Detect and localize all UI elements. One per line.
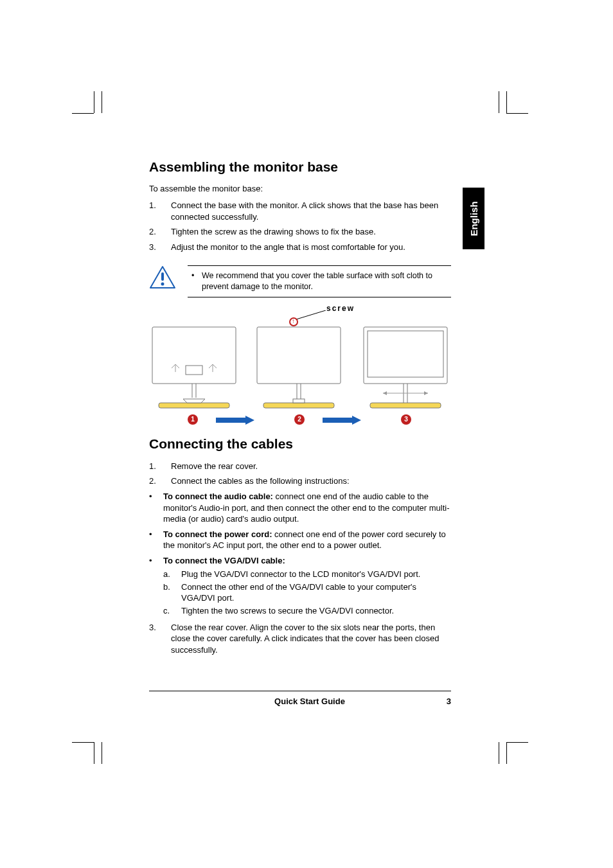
bullet-item: •To connect the power cord: connect one … (149, 529, 451, 551)
sub-label: c. (163, 605, 181, 617)
step-number: 3. (149, 242, 171, 253)
bullet-item: •To connect the audio cable: connect one… (149, 491, 451, 525)
screw-arrow-icon: ↑ (292, 317, 295, 324)
step-text: Close the rear cover. Align the cover to… (171, 622, 451, 656)
step-item: 1.Connect the base with the monitor. A c… (149, 200, 451, 222)
note-text: We recommend that you cover the table su… (202, 270, 451, 292)
heading-assembling: Assembling the monitor base (149, 159, 451, 175)
footer-title: Quick Start Guide (188, 696, 432, 706)
step-number: 2. (149, 226, 171, 238)
note-callout: •We recommend that you cover the table s… (149, 265, 451, 297)
bullet-dot: • (188, 270, 202, 292)
svg-point-1 (161, 283, 164, 286)
arrow-icon (216, 416, 258, 425)
steps-list-2: 1.Remove the rear cover. 2.Connect the c… (149, 461, 451, 487)
svg-rect-14 (368, 331, 443, 377)
svg-rect-11 (263, 403, 334, 408)
intro-text: To assemble the monitor base: (149, 184, 451, 193)
step-item: 1.Remove the rear cover. (149, 461, 451, 472)
step-item: 2.Connect the cables as the following in… (149, 475, 451, 487)
section-connecting: Connecting the cables 1.Remove the rear … (149, 436, 451, 655)
step-number: 1. (149, 200, 171, 222)
caution-icon (149, 265, 176, 292)
svg-rect-12 (293, 399, 305, 403)
footer-rule (149, 691, 451, 691)
step-text: Connect the base with the monitor. A cli… (171, 200, 451, 222)
step-badge-1: 1 (188, 414, 198, 425)
crop-mark (94, 91, 94, 113)
step-text: Tighten the screw as the drawing shows t… (171, 226, 451, 238)
assembly-diagram: screw (149, 301, 451, 431)
svg-rect-0 (161, 272, 164, 281)
bullet-text: To connect the audio cable: connect one … (163, 491, 451, 525)
svg-rect-3 (152, 327, 236, 384)
crop-mark (72, 113, 94, 114)
bullet-dot: • (149, 529, 163, 551)
bullet-dot: • (149, 491, 163, 525)
crop-mark (506, 91, 507, 113)
page-footer: Quick Start Guide 3 (149, 691, 451, 706)
step-number: 3. (149, 622, 171, 656)
steps-list-1: 1.Connect the base with the monitor. A c… (149, 200, 451, 252)
steps-list-3: 3.Close the rear cover. Align the cover … (149, 622, 451, 656)
svg-rect-7 (159, 403, 229, 408)
bullet-list: •To connect the audio cable: connect one… (149, 491, 451, 617)
crop-mark (499, 742, 499, 764)
sub-text: Connect the other end of the VGA/DVI cab… (181, 581, 451, 604)
arrow-icon (323, 416, 365, 425)
step-badge-2: 2 (294, 414, 305, 425)
step-text: Remove the rear cover. (171, 461, 451, 472)
crop-mark (72, 742, 94, 743)
step-text: Connect the cables as the following inst… (171, 475, 451, 487)
crop-mark (506, 742, 528, 743)
crop-mark (102, 91, 102, 113)
sub-item: a.Plug the VGA/DVI connector to the LCD … (163, 569, 451, 580)
crop-mark (94, 742, 94, 764)
page-number: 3 (432, 696, 451, 706)
sub-list: a.Plug the VGA/DVI connector to the LCD … (163, 569, 451, 616)
note-box: •We recommend that you cover the table s… (188, 265, 451, 297)
content-area: Assembling the monitor base To assemble … (149, 159, 451, 659)
step-item: 2.Tighten the screw as the drawing shows… (149, 226, 451, 238)
crop-mark (506, 742, 507, 764)
bullet-text: To connect the power cord: connect one e… (163, 529, 451, 551)
svg-rect-4 (186, 366, 202, 375)
crop-mark (102, 742, 102, 764)
svg-rect-13 (364, 327, 447, 384)
bullet-text: To connect the VGA/DVI cable: a.Plug the… (163, 555, 451, 618)
svg-rect-8 (257, 327, 341, 384)
note-item: •We recommend that you cover the table s… (188, 270, 451, 292)
page: English Assembling the monitor base To a… (0, 0, 613, 868)
sub-item: b.Connect the other end of the VGA/DVI c… (163, 581, 451, 604)
sub-item: c.Tighten the two screws to secure the V… (163, 605, 451, 617)
bullet-item: •To connect the VGA/DVI cable: a.Plug th… (149, 555, 451, 618)
step-text: Adjust the monitor to the angle that is … (171, 242, 451, 253)
crop-mark (506, 113, 528, 114)
step-number: 1. (149, 461, 171, 472)
language-label: English (468, 201, 479, 236)
crop-mark (499, 91, 499, 113)
step-number: 2. (149, 475, 171, 487)
step-badge-3: 3 (401, 414, 411, 425)
heading-connecting: Connecting the cables (149, 436, 451, 452)
sub-text: Plug the VGA/DVI connector to the LCD mo… (181, 569, 451, 580)
sub-text: Tighten the two screws to secure the VGA… (181, 605, 451, 617)
language-tab: English (463, 188, 484, 249)
svg-line-2 (296, 310, 326, 319)
step-item: 3.Close the rear cover. Align the cover … (149, 622, 451, 656)
sub-label: a. (163, 569, 181, 580)
bullet-dot: • (149, 555, 163, 618)
step-item: 3.Adjust the monitor to the angle that i… (149, 242, 451, 253)
sub-label: b. (163, 581, 181, 604)
svg-rect-17 (370, 403, 441, 408)
